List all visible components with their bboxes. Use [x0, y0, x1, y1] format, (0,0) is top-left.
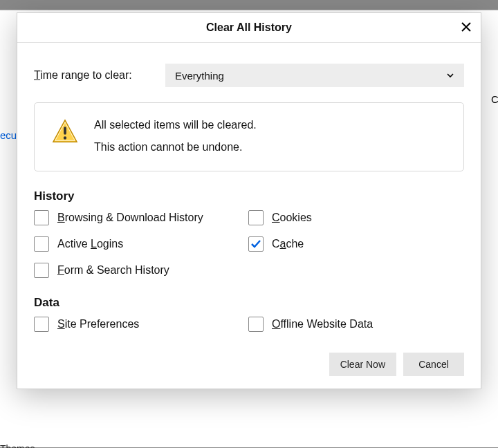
- checkbox-box: [34, 210, 49, 225]
- checkbox-active-logins[interactable]: Active Logins: [34, 236, 248, 252]
- warning-text: All selected items will be cleared. This…: [83, 117, 451, 156]
- time-range-label-text: ime range to clear:: [40, 69, 132, 81]
- time-range-row: Time range to clear: Everything: [34, 64, 464, 87]
- close-icon: [461, 22, 471, 34]
- data-options: Site Preferences Offline Website Data: [34, 317, 464, 332]
- svg-rect-2: [64, 127, 66, 134]
- bg-themes-text: Themes: [0, 443, 35, 448]
- checkbox-label: Cache: [272, 238, 304, 250]
- checkbox-box: [34, 317, 49, 332]
- checkbox-label: Active Logins: [57, 238, 123, 250]
- checkbox-label: Form & Search History: [57, 264, 169, 277]
- checkbox-box: [248, 236, 264, 252]
- checkbox-box: [34, 263, 49, 278]
- warning-icon: [47, 117, 83, 144]
- warning-line2: This action cannot be undone.: [94, 139, 451, 156]
- bg-link-partial[interactable]: ecu: [0, 129, 17, 141]
- chevron-down-icon: [446, 70, 454, 82]
- clear-now-button[interactable]: Clear Now: [329, 353, 396, 376]
- checkbox-box: [34, 236, 49, 252]
- cancel-button[interactable]: Cancel: [403, 353, 464, 376]
- checkbox-browsing-history[interactable]: Browsing & Download History: [34, 210, 248, 225]
- time-range-label: Time range to clear:: [34, 69, 165, 82]
- checkbox-offline-data[interactable]: Offline Website Data: [248, 317, 464, 332]
- dialog-header: Clear All History: [17, 13, 481, 43]
- svg-point-3: [64, 136, 66, 139]
- checkbox-cache[interactable]: Cache: [248, 236, 464, 252]
- checkbox-label: Site Preferences: [57, 318, 139, 330]
- section-history: History: [34, 189, 464, 203]
- checkbox-label: Cookies: [272, 212, 312, 224]
- section-data: Data: [34, 296, 464, 310]
- time-range-select[interactable]: Everything: [165, 64, 464, 87]
- dialog-footer: Clear Now Cancel: [34, 353, 464, 376]
- checkbox-box: [248, 210, 264, 225]
- checkbox-cookies[interactable]: Cookies: [248, 210, 464, 225]
- app-background: ecu C Themes Clear All History Time rang…: [0, 0, 498, 448]
- checkbox-form-history[interactable]: Form & Search History: [34, 263, 248, 278]
- warning-line1: All selected items will be cleared.: [94, 117, 451, 133]
- checkbox-box: [248, 317, 264, 332]
- checkbox-label: Offline Website Data: [272, 318, 373, 330]
- close-button[interactable]: [456, 17, 477, 38]
- bg-right-partial: C: [491, 93, 498, 105]
- clear-history-dialog: Clear All History Time range to clear: E…: [17, 12, 481, 389]
- checkbox-label: Browsing & Download History: [57, 212, 203, 224]
- warning-panel: All selected items will be cleared. This…: [34, 102, 464, 171]
- time-range-accesskey: T: [34, 69, 40, 81]
- dialog-title: Clear All History: [17, 13, 481, 42]
- history-options: Browsing & Download History Cookies Acti…: [34, 210, 464, 278]
- time-range-value: Everything: [175, 70, 224, 82]
- checkbox-site-preferences[interactable]: Site Preferences: [34, 317, 248, 332]
- dialog-body: Time range to clear: Everything: [17, 43, 481, 389]
